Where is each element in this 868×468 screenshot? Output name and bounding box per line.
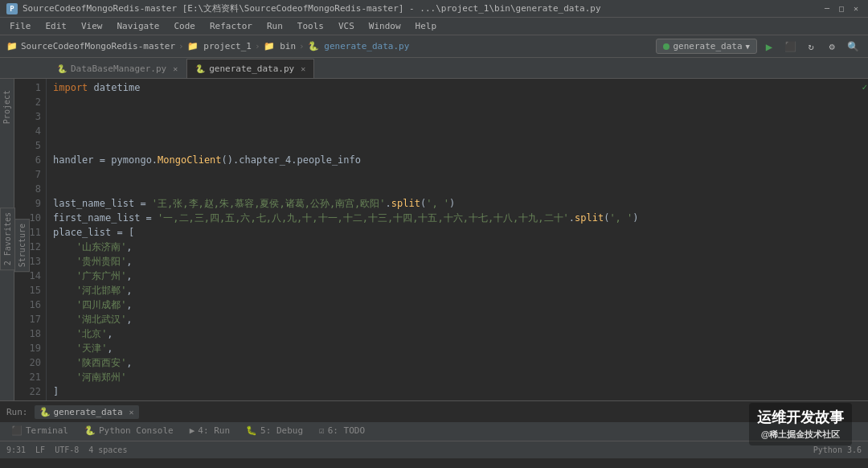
right-gutter: ✓ [860,79,868,400]
code-line-19: '天津', [53,341,860,355]
code-line-23: data_list = [] [53,399,860,400]
breadcrumb: 📁 SourceCodeofMongoRedis-master › 📁 proj… [6,41,409,51]
tab-generate-data[interactable]: 🐍 generate_data.py ✕ [186,59,314,78]
status-indent: 4 spaces [88,445,127,454]
minimize-button[interactable]: ─ [821,3,833,14]
debug-label: 5: Debug [260,425,303,436]
code-line-6: handler = pymongo.MongoClient().chapter_… [53,153,860,167]
title-bar: P SourceCodeofMongoRedis-master [E:\文档资料… [0,0,868,18]
tab-label-generate: generate_data.py [209,64,294,74]
tab-todo[interactable]: ☑ 6: TODO [314,423,370,441]
status-encoding: UTF-8 [55,445,79,454]
status-right: Python 3.6 [813,445,862,454]
app-icon: P [6,3,18,14]
structure-tab[interactable]: Structure [14,219,30,272]
menu-vcs[interactable]: VCS [332,18,361,35]
window-title: SourceCodeofMongoRedis-master [E:\文档资料\S… [23,2,601,14]
status-left: 9:31 LF UTF-8 4 spaces [6,445,127,454]
main-area: Project Structure 1 2 3 4 5 6 7 8 9 10 1… [0,79,868,400]
nav-bar: 📁 SourceCodeofMongoRedis-master › 📁 proj… [0,35,868,58]
breadcrumb-root[interactable]: 📁 [6,41,18,51]
run-icon: ▶ [190,425,195,436]
code-content[interactable]: import datetime handler = pymongo.MongoC… [47,79,860,400]
favorites-tab[interactable]: 2 Favorites [0,207,15,270]
debug-icon: 🐛 [246,425,257,436]
menu-edit[interactable]: Edit [39,18,74,35]
code-line-12: '山东济南', [53,240,860,254]
todo-label: 6: TODO [328,425,365,436]
settings-button[interactable]: ⚙ [823,38,841,55]
python-console-icon: 🐍 [84,425,96,436]
run-active-name: generate_data [54,407,123,417]
tab-debug[interactable]: 🐛 5: Debug [241,423,308,441]
tab-label-database: DataBaseManager.py [71,64,166,74]
menu-code[interactable]: Code [167,18,202,35]
run-status-bar: Run: 🐍 generate_data ✕ [0,401,868,422]
run-button[interactable]: ▶ [760,38,778,55]
run-active-tab[interactable]: 🐍 generate_data ✕ [35,405,139,419]
run-config-button[interactable]: generate_data ▼ [656,39,757,54]
code-line-1: import datetime [53,80,860,95]
menu-bar: File Edit View Navigate Code Refactor Ru… [0,18,868,35]
terminal-icon: ⬛ [11,425,23,436]
tabs-bar: 🐍 DataBaseManager.py ✕ 🐍 generate_data.p… [0,58,868,79]
run-label: Run: [6,407,28,417]
code-line-17: '湖北武汉', [53,312,860,326]
status-time: 9:31 [6,445,26,454]
run-config-name: generate_data [673,41,742,51]
py-icon-2: 🐍 [195,64,205,73]
code-line-7 [53,167,860,182]
breadcrumb-bin[interactable]: 📁 bin [264,41,297,51]
menu-refactor[interactable]: Refactor [203,18,259,35]
code-line-16: '四川成都', [53,298,860,312]
run-close-icon[interactable]: ✕ [129,408,134,417]
breadcrumb-project-root[interactable]: SourceCodeofMongoRedis-master [21,41,175,51]
code-line-15: '河北邯郸', [53,283,860,298]
code-line-4 [53,124,860,138]
menu-view[interactable]: View [75,18,109,35]
breadcrumb-project[interactable]: 📁 project_1 [187,41,252,51]
status-bar: 9:31 LF UTF-8 4 spaces Python 3.6 [0,441,868,458]
maximize-button[interactable]: □ [836,3,847,14]
menu-window[interactable]: Window [362,18,407,35]
code-line-13: '贵州贵阳', [53,254,860,269]
close-button[interactable]: ✕ [850,3,862,14]
tab-close-generate[interactable]: ✕ [301,64,305,73]
terminal-label: Terminal [26,425,68,436]
tab-database-manager[interactable]: 🐍 DataBaseManager.py ✕ [48,59,186,78]
code-line-8 [53,182,860,196]
code-line-18: '北京', [53,326,860,341]
menu-run[interactable]: Run [260,18,289,35]
search-button[interactable]: 🔍 [844,38,862,55]
code-line-3 [53,109,860,124]
code-line-5 [53,138,860,153]
run-python-icon: 🐍 [39,407,51,417]
stop-button[interactable]: ⬛ [781,38,799,55]
python-console-label: Python Console [99,425,174,436]
code-line-2 [53,95,860,109]
breadcrumb-file[interactable]: 🐍 generate_data.py [308,41,410,51]
run-config-dropdown-icon: ▼ [746,43,750,51]
menu-help[interactable]: Help [409,18,444,35]
rerun-button[interactable]: ↻ [802,38,820,55]
editor[interactable]: 1 2 3 4 5 6 7 8 9 10 11 12 13 14 15 16 1… [14,79,868,400]
window-controls: ─ □ ✕ [821,3,862,14]
sidebar-project-label[interactable]: Project [1,87,13,127]
run-tab-label: 4: Run [198,425,230,436]
code-line-9: last_name_list = '王,张,李,赵,朱,慕容,夏侯,诸葛,公孙,… [53,196,860,211]
code-line-14: '广东广州', [53,269,860,283]
bottom-panel: Run: 🐍 generate_data ✕ ⬛ Terminal 🐍 Pyth… [0,400,868,441]
menu-file[interactable]: File [3,18,38,35]
menu-tools[interactable]: Tools [291,18,330,35]
tab-terminal[interactable]: ⬛ Terminal [6,423,73,441]
code-line-20: '陕西西安', [53,355,860,370]
tab-python-console[interactable]: 🐍 Python Console [80,423,178,441]
tab-run[interactable]: ▶ 4: Run [185,423,235,441]
tab-close-database[interactable]: ✕ [173,64,178,73]
run-status-dot [663,43,669,50]
bottom-tabs-bar: ⬛ Terminal 🐍 Python Console ▶ 4: Run 🐛 5… [0,422,868,441]
code-line-22: ] [53,384,860,399]
code-line-21: '河南郑州' [53,370,860,384]
menu-navigate[interactable]: Navigate [111,18,166,35]
todo-icon: ☑ [319,425,325,436]
